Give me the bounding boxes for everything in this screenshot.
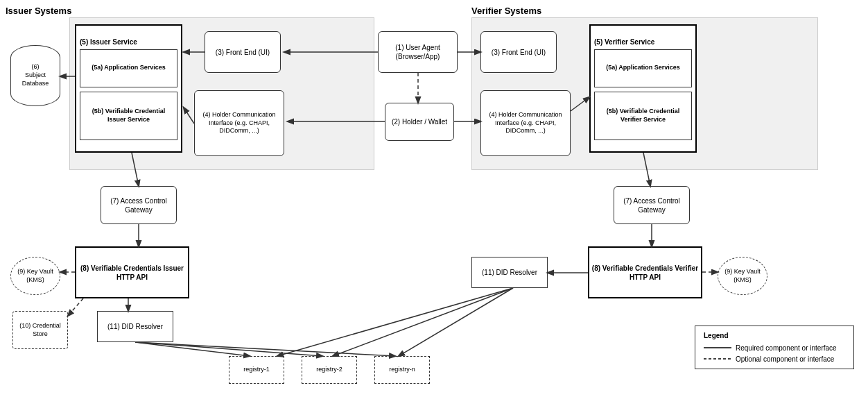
verifier-did-resolver: (11) DID Resolver	[471, 257, 548, 288]
issuer-acg: (7) Access Control Gateway	[101, 186, 177, 224]
legend-required: Required component or interface	[704, 344, 845, 352]
svg-line-18	[135, 342, 250, 356]
legend-title: Legend	[704, 332, 845, 339]
subject-database: (6)SubjectDatabase	[10, 45, 60, 106]
svg-line-21	[277, 288, 513, 356]
svg-line-20	[135, 342, 395, 356]
verifier-service-box: (5) Verifier Service (5a) Application Se…	[589, 24, 697, 153]
svg-line-19	[135, 342, 322, 356]
svg-line-22	[333, 288, 513, 356]
legend-optional: Optional component or interface	[704, 355, 845, 363]
verifier-holder-comm: (4) Holder Communication Interface (e.g.…	[480, 90, 571, 156]
verifier-key-vault: (9) Key Vault (KMS)	[718, 257, 767, 295]
issuer-did-resolver: (11) DID Resolver	[97, 311, 173, 342]
issuer-frontend: (3) Front End (UI)	[205, 31, 281, 73]
issuer-holder-comm: (4) Holder Communication Interface (e.g.…	[194, 90, 284, 156]
holder-wallet: (2) Holder / Wallet	[385, 103, 454, 141]
verifier-acg: (7) Access Control Gateway	[614, 186, 690, 224]
legend: Legend Required component or interface O…	[695, 326, 854, 369]
issuer-label: Issuer Systems	[6, 6, 71, 16]
registry1: registry-1	[229, 356, 284, 384]
issuer-service-box: (5) Issuer Service (5a) Application Serv…	[75, 24, 182, 153]
user-agent: (1) User Agent (Browser/App)	[378, 31, 458, 73]
registryn: registry-n	[374, 356, 430, 384]
svg-line-11	[68, 298, 83, 316]
verifier-label: Verifier Systems	[471, 6, 541, 16]
diagram-container: Issuer Systems Verifier Systems (6)Subje…	[0, 0, 868, 397]
svg-line-23	[399, 288, 513, 356]
issuer-vc-api: (8) Verifiable Credentials Issuer HTTP A…	[75, 246, 189, 298]
verifier-frontend: (3) Front End (UI)	[480, 31, 557, 73]
issuer-key-vault: (9) Key Vault (KMS)	[10, 257, 60, 295]
verifier-vc-api: (8) Verifiable Credentials Verifier HTTP…	[588, 246, 702, 298]
registry2: registry-2	[302, 356, 357, 384]
issuer-cred-store: (10) Credential Store	[12, 311, 68, 349]
